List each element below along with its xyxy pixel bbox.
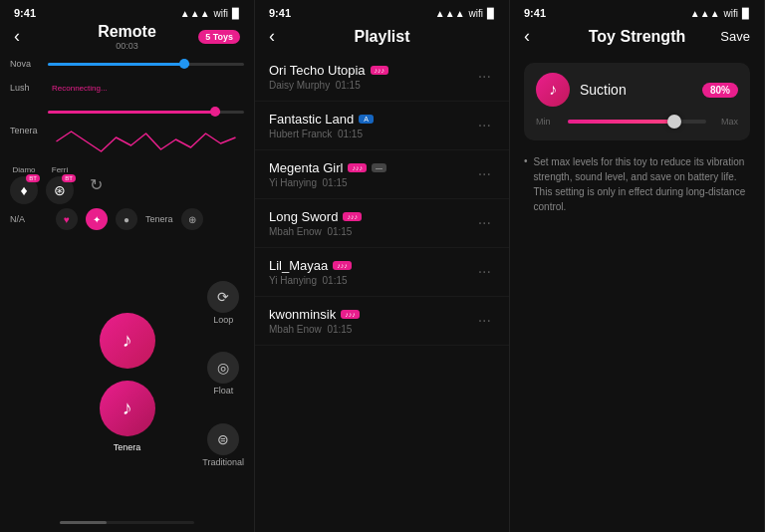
na-icon-3[interactable]: ● — [116, 208, 137, 230]
time-1: 9:41 — [14, 7, 36, 19]
status-bar-2: 9:41 ▲▲▲ wifi ▉ — [255, 0, 509, 22]
loop-button[interactable]: ⟳ Loop — [207, 281, 239, 325]
toy-device-name: Suction — [580, 82, 627, 98]
toy-percent-badge: 80% — [702, 83, 738, 98]
loop-label: Loop — [213, 315, 233, 325]
track-meta: Mbah Enow 01:15 — [269, 226, 474, 237]
wifi-icon-2: wifi — [469, 8, 483, 19]
track-name: Long Sword — [269, 209, 338, 224]
toy-slider-track[interactable] — [568, 120, 706, 124]
signal-icon: ▲▲▲ — [180, 8, 210, 19]
device-icons-row: Diamo ♦ BT Ferri ⊛ BT ↻ — [10, 165, 244, 204]
status-bar-3: 9:41 ▲▲▲ wifi ▉ — [510, 0, 764, 22]
track-name: Megenta Girl — [269, 160, 343, 175]
track-tag-a: A — [359, 115, 374, 124]
save-button[interactable]: Save — [720, 29, 750, 44]
nova-slider-row: Nova — [10, 55, 244, 73]
track-meta: Yi Hanying 01:15 — [269, 177, 474, 188]
list-item[interactable]: Fantastic Land A Hubert Franck 01:15 ··· — [255, 102, 509, 150]
lush-slider-row — [10, 103, 244, 121]
track-name: Ori Techo Utopia — [269, 63, 366, 78]
tenera-main-button[interactable]: ♪ Tenera — [100, 381, 155, 436]
wifi-icon-3: wifi — [724, 8, 738, 19]
track-tag: ♪♪♪ — [371, 66, 389, 75]
track-tag: ♪♪♪ — [333, 261, 352, 270]
diamo-label: Diamo — [12, 165, 35, 174]
side-controls: ⟳ Loop ◎ Float ⊜ Traditional — [202, 267, 244, 481]
progress-bar — [60, 521, 194, 524]
list-item[interactable]: Megenta Girl ♪♪♪ — Yi Hanying 01:15 ··· — [255, 150, 509, 199]
traditional-button[interactable]: ⊜ Traditional — [202, 423, 244, 467]
toys-badge: 5 Toys — [198, 30, 240, 44]
status-icons-2: ▲▲▲ wifi ▉ — [435, 8, 495, 19]
track-tag: ♪♪♪ — [341, 310, 360, 319]
na-icon-1[interactable]: ♥ — [56, 208, 78, 230]
lush-track[interactable] — [48, 111, 244, 114]
list-item[interactable]: kwonminsik ♪♪♪ Mbah Enow 01:15 ··· — [255, 297, 509, 346]
ferri-group: Ferri ⊛ BT — [46, 165, 74, 204]
toy-strength-content: ♪ Suction 80% Min Max • Set max levels f… — [510, 53, 764, 532]
panel-playlist: 9:41 ▲▲▲ wifi ▉ ‹ Playlist Ori Techo Uto… — [255, 0, 510, 532]
wifi-icon: wifi — [214, 8, 228, 19]
status-bar-1: 9:41 ▲▲▲ wifi ▉ — [0, 0, 254, 22]
bullet-icon: • — [524, 155, 528, 214]
na-icon-4[interactable]: ⊕ — [181, 208, 203, 230]
toy-slider-thumb[interactable] — [667, 115, 681, 129]
signal-icon-2: ▲▲▲ — [435, 8, 465, 19]
tenera2-label: Tenera — [145, 214, 173, 224]
tenera-btn-label: Tenera — [114, 442, 141, 452]
float-button[interactable]: ◎ Float — [207, 352, 239, 396]
time-3: 9:41 — [524, 7, 546, 19]
toy-slider-fill — [568, 120, 678, 124]
track-meta: Daisy Murphy 01:15 — [269, 80, 474, 91]
back-button-1[interactable]: ‹ — [14, 26, 38, 47]
track-tag-pink: ♪♪♪ — [348, 163, 367, 172]
battery-icon: ▉ — [232, 8, 240, 19]
remote-title: Remote — [98, 23, 156, 41]
back-button-2[interactable]: ‹ — [269, 26, 293, 47]
track-tag: ♪♪♪ — [343, 212, 362, 221]
main-buttons-area: ♪ ♪ Tenera ⟳ Loop ◎ Float ⊜ Traditional — [0, 267, 254, 521]
lush-main-button[interactable]: ♪ — [100, 313, 155, 369]
diamo-icon[interactable]: ♦ BT — [10, 176, 38, 204]
remote-sub: 00:03 — [98, 41, 156, 51]
remote-content: Nova Lush Reconnecting... Tenera — [0, 53, 254, 267]
center-buttons: ♪ ♪ Tenera — [100, 313, 155, 436]
more-button[interactable]: ··· — [474, 308, 495, 334]
battery-icon-3: ▉ — [742, 8, 750, 19]
nova-track[interactable] — [48, 63, 244, 66]
na-icon-2[interactable]: ✦ — [86, 208, 108, 230]
status-icons-3: ▲▲▲ wifi ▉ — [690, 8, 750, 19]
more-button[interactable]: ··· — [474, 113, 495, 138]
track-name: Fantastic Land — [269, 112, 354, 127]
battery-icon-2: ▉ — [487, 8, 495, 19]
more-button[interactable]: ··· — [474, 161, 495, 187]
toy-strength-header: ‹ Toy Strength Save — [510, 22, 764, 53]
more-button[interactable]: ··· — [474, 259, 495, 285]
toy-avatar: ♪ — [536, 73, 570, 107]
diamo-group: Diamo ♦ BT — [10, 165, 38, 204]
status-icons-1: ▲▲▲ wifi ▉ — [180, 8, 240, 19]
playlist-header: ‹ Playlist — [255, 22, 509, 53]
list-item[interactable]: Ori Techo Utopia ♪♪♪ Daisy Murphy 01:15 … — [255, 53, 509, 102]
more-button[interactable]: ··· — [474, 210, 495, 236]
list-item[interactable]: Long Sword ♪♪♪ Mbah Enow 01:15 ··· — [255, 199, 509, 248]
toy-device-card: ♪ Suction 80% Min Max — [524, 63, 750, 140]
track-tag-gray: — — [372, 163, 386, 172]
list-item[interactable]: Lil_Mayaa ♪♪♪ Yi Hanying 01:15 ··· — [255, 248, 509, 297]
playlist-list: Ori Techo Utopia ♪♪♪ Daisy Murphy 01:15 … — [255, 53, 509, 532]
toy-description: • Set max levels for this toy to reduce … — [524, 154, 750, 214]
lush-label: Lush — [10, 83, 48, 93]
tenera-wave-svg — [48, 124, 244, 159]
lush-row: Lush Reconnecting... — [10, 77, 244, 99]
na-label: N/A — [10, 214, 48, 224]
track-meta: Mbah Enow 01:15 — [269, 324, 474, 335]
more-button[interactable]: ··· — [474, 64, 495, 90]
toy-slider-row: Min Max — [536, 117, 738, 127]
misc-icon[interactable]: ↻ — [82, 171, 110, 199]
ferri-label: Ferri — [52, 165, 68, 174]
panel-toy-strength: 9:41 ▲▲▲ wifi ▉ ‹ Toy Strength Save ♪ Su… — [510, 0, 765, 532]
progress-fill — [60, 521, 107, 524]
ferri-icon[interactable]: ⊛ BT — [46, 176, 74, 204]
back-button-3[interactable]: ‹ — [524, 26, 548, 47]
